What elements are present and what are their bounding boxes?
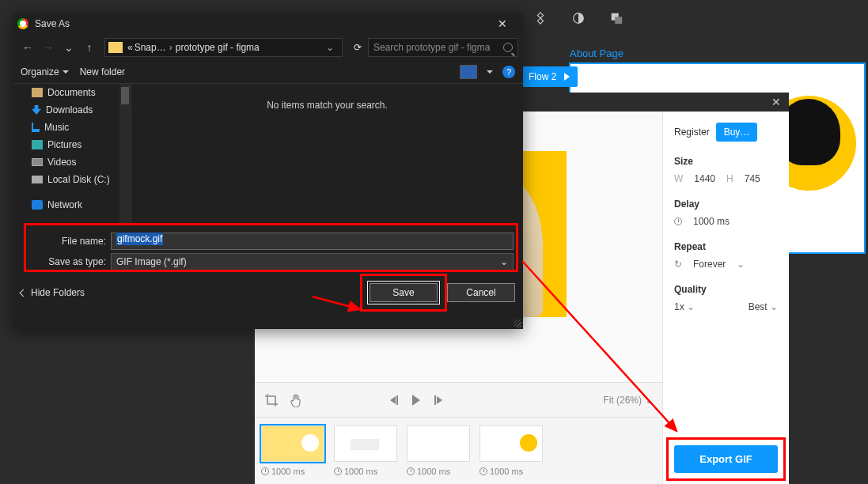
folder-tree: Documents Downloads Music Pictures Video… bbox=[13, 84, 131, 225]
frame-label[interactable]: About Page bbox=[570, 47, 624, 59]
filename-input[interactable]: gifmock.gif bbox=[111, 233, 514, 250]
nav-row: ← → ⌄ ↑ « Snap… › prototype gif - figma … bbox=[13, 35, 523, 60]
step-fwd-button[interactable] bbox=[434, 395, 442, 405]
documents-icon bbox=[32, 88, 43, 97]
options-row: Organize New folder ? bbox=[13, 60, 523, 84]
chrome-icon bbox=[17, 18, 28, 29]
breadcrumb[interactable]: « Snap… › prototype gif - figma ⌄ bbox=[104, 38, 343, 57]
dialog-title: Save As bbox=[35, 18, 70, 29]
chevron-down-icon: ⌄ bbox=[645, 395, 653, 406]
chevron-down-icon bbox=[63, 70, 69, 74]
play-icon bbox=[564, 73, 570, 81]
clock-icon bbox=[674, 217, 682, 225]
resize-grip[interactable] bbox=[514, 320, 521, 327]
dialog-titlebar: Save As ✕ bbox=[13, 13, 523, 35]
size-heading: Size bbox=[674, 156, 778, 167]
delay-value[interactable]: 1000 ms bbox=[693, 216, 730, 227]
videos-icon bbox=[32, 158, 43, 166]
contrast-icon[interactable] bbox=[571, 11, 586, 25]
quality-section: Quality 1x ⌄ Best ⌄ bbox=[674, 284, 778, 312]
quality-mode-dropdown[interactable]: Best ⌄ bbox=[749, 301, 778, 312]
close-icon[interactable]: ✕ bbox=[771, 96, 781, 108]
frame-duration: 1000 ms bbox=[417, 467, 450, 476]
frame-duration: 1000 ms bbox=[271, 467, 305, 476]
save-button[interactable]: Save bbox=[370, 283, 438, 302]
repeat-dropdown[interactable]: ↻Forever⌄ bbox=[674, 259, 778, 270]
diamond-icon[interactable] bbox=[533, 11, 548, 25]
folder-icon bbox=[108, 42, 123, 53]
export-gif-button[interactable]: Export GIF bbox=[674, 445, 778, 473]
clock-icon bbox=[261, 467, 269, 475]
nav-forward-button[interactable]: → bbox=[38, 41, 59, 54]
zoom-fit-dropdown[interactable]: Fit (26%) ⌄ bbox=[603, 395, 653, 406]
frame-thumbnail[interactable]: 1000 ms bbox=[334, 425, 397, 476]
quality-heading: Quality bbox=[674, 284, 778, 295]
gifmock-sidebar: Register Buy… Size W 1440 H 745 Delay 10… bbox=[662, 112, 789, 484]
tree-item-localdisk[interactable]: Local Disk (C:) bbox=[13, 171, 131, 188]
play-button[interactable] bbox=[412, 395, 420, 406]
empty-message: No items match your search. bbox=[267, 100, 388, 111]
refresh-button[interactable]: ⟳ bbox=[347, 42, 368, 53]
width-value[interactable]: 1440 bbox=[694, 173, 715, 184]
height-label: H bbox=[726, 173, 733, 184]
hide-folders-toggle[interactable]: Hide Folders bbox=[21, 287, 85, 298]
buy-button[interactable]: Buy… bbox=[716, 123, 758, 142]
help-button[interactable]: ? bbox=[502, 66, 515, 78]
close-button[interactable]: ✕ bbox=[487, 17, 518, 30]
breadcrumb-item[interactable]: prototype gif - figma bbox=[176, 42, 260, 53]
zoom-fit-label: Fit (26%) bbox=[603, 395, 642, 406]
quality-scale-dropdown[interactable]: 1x ⌄ bbox=[674, 301, 695, 312]
frame-thumbnail[interactable]: 1000 ms bbox=[407, 425, 470, 476]
pictures-icon bbox=[32, 140, 43, 149]
repeat-heading: Repeat bbox=[674, 241, 778, 252]
hand-icon[interactable] bbox=[290, 393, 304, 407]
search-input[interactable]: Search prototype gif - figma bbox=[368, 38, 518, 57]
nav-back-button[interactable]: ← bbox=[17, 41, 38, 54]
filetype-dropdown[interactable]: GIF Image (*.gif) ⌄ bbox=[111, 253, 514, 270]
clock-icon bbox=[407, 467, 415, 475]
save-as-dialog: Save As ✕ ← → ⌄ ↑ « Snap… › prototype gi… bbox=[13, 13, 523, 329]
chevron-down-icon bbox=[20, 289, 28, 297]
step-back-button[interactable] bbox=[390, 395, 398, 405]
figma-top-toolbar bbox=[522, 0, 868, 36]
svg-rect-2 bbox=[615, 17, 622, 24]
cancel-button[interactable]: Cancel bbox=[447, 283, 515, 302]
music-icon bbox=[32, 123, 40, 132]
tree-item-videos[interactable]: Videos bbox=[13, 153, 131, 171]
file-list-pane: No items match your search. bbox=[131, 84, 523, 225]
chevron-down-icon[interactable]: ⌄ bbox=[321, 42, 339, 53]
chevron-down-icon[interactable] bbox=[487, 70, 493, 74]
chevron-down-icon[interactable]: ⌄ bbox=[59, 41, 79, 54]
width-label: W bbox=[674, 173, 683, 184]
new-folder-button[interactable]: New folder bbox=[80, 66, 125, 78]
tree-item-documents[interactable]: Documents bbox=[13, 84, 131, 101]
breadcrumb-item[interactable]: Snap… bbox=[135, 42, 166, 53]
clock-icon bbox=[334, 467, 342, 475]
chevron-down-icon: ⌄ bbox=[687, 301, 695, 312]
frame-duration: 1000 ms bbox=[490, 467, 523, 476]
tree-item-downloads[interactable]: Downloads bbox=[13, 101, 131, 119]
view-mode-button[interactable] bbox=[460, 65, 477, 79]
crop-icon[interactable] bbox=[264, 393, 279, 407]
flow-start-badge[interactable]: Flow 2 bbox=[522, 66, 578, 87]
tree-item-pictures[interactable]: Pictures bbox=[13, 136, 131, 153]
tree-item-music[interactable]: Music bbox=[13, 119, 131, 136]
size-section: Size W 1440 H 745 bbox=[674, 156, 778, 184]
tree-scrollbar[interactable] bbox=[119, 84, 131, 225]
organize-dropdown[interactable]: Organize bbox=[21, 66, 69, 78]
search-placeholder: Search prototype gif - figma bbox=[373, 42, 490, 53]
filename-label: File name: bbox=[41, 236, 106, 247]
height-value[interactable]: 745 bbox=[745, 173, 760, 184]
breadcrumb-root: « bbox=[127, 42, 133, 53]
nav-up-button[interactable]: ↑ bbox=[79, 41, 100, 54]
tree-item-network[interactable]: Network bbox=[13, 196, 131, 214]
clock-icon bbox=[479, 467, 487, 475]
frame-thumbnail[interactable]: 1000 ms bbox=[479, 425, 543, 476]
chevron-right-icon: › bbox=[168, 42, 174, 53]
chevron-down-icon: ⌄ bbox=[770, 301, 778, 312]
flow-label: Flow 2 bbox=[529, 71, 556, 82]
frame-thumbnail[interactable]: 1000 ms bbox=[261, 425, 324, 476]
overlap-icon[interactable] bbox=[609, 11, 624, 25]
preview-toolbar: Fit (26%) ⌄ bbox=[255, 382, 662, 417]
register-link[interactable]: Register bbox=[674, 127, 710, 138]
